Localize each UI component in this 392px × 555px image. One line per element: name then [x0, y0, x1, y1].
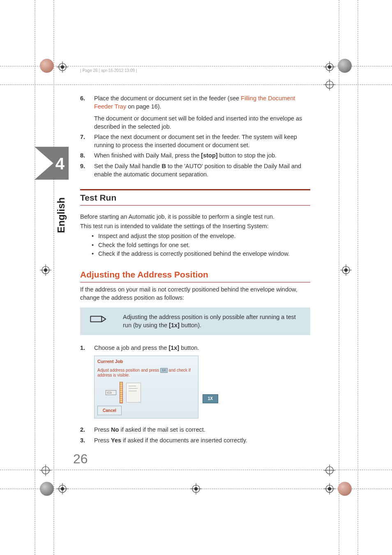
- reg-mark-left-mid: [40, 264, 51, 276]
- adjusting-intro: If the address on your mail is not corre…: [80, 286, 310, 302]
- step-text: Set the Daily Mail handle B to the 'AUTO…: [94, 162, 310, 178]
- svg-point-22: [61, 487, 64, 490]
- svg-point-30: [328, 487, 331, 490]
- content-area: 6. Place the document or document set in…: [80, 95, 310, 447]
- step-3: 3. Press Yes if asked if the documents a…: [80, 437, 310, 445]
- step-text: Choose a job and press the [1x] button.: [94, 344, 310, 352]
- bullet-item: Check if the address is correctly positi…: [92, 250, 310, 258]
- step-text: Press No if asked if the mail set is cor…: [94, 426, 310, 434]
- step-2: 2. Press No if asked if the mail set is …: [80, 426, 310, 434]
- screenshot-adjust-address: Current Job Adjust address position and …: [94, 356, 198, 419]
- note-text: Adjusting the address position is only p…: [123, 313, 301, 329]
- reg-mark-top-right: [324, 61, 335, 73]
- steps-first: 6. Place the document or document set in…: [80, 95, 310, 178]
- reg-mark-bot-right: [324, 483, 335, 495]
- bullet-item: Inspect and adjust the stop position of …: [92, 232, 310, 240]
- step-8: 8. When finished with Daily Mail, press …: [80, 152, 310, 160]
- svg-point-18: [344, 268, 348, 272]
- step-1: 1. Choose a job and press the [1x] butto…: [80, 344, 310, 352]
- section-number: 4: [55, 153, 65, 175]
- button-1x[interactable]: 1X: [203, 394, 218, 403]
- step-num: 8.: [80, 152, 94, 160]
- heading-adjusting: Adjusting the Address Position: [80, 269, 310, 280]
- dashed-v-left: [35, 0, 35, 555]
- corner-circle-bl: [40, 482, 54, 496]
- svg-point-26: [194, 487, 198, 490]
- step-num: 7.: [80, 133, 94, 141]
- screenshot-title: Current Job: [97, 358, 195, 365]
- note-box: Adjusting the address position is only p…: [80, 308, 310, 335]
- corner-circle-tr: [338, 59, 352, 73]
- screenshot-bottom-row: Cancel: [97, 406, 195, 416]
- screenshot-subtitle: Adjust address position and press 1X and…: [97, 368, 195, 378]
- svg-point-14: [44, 268, 47, 272]
- reg-mark-right-mid: [340, 264, 352, 276]
- step-text: Press Yes if asked if the documents are …: [94, 437, 310, 445]
- hr-heavy: [80, 189, 310, 190]
- step-sub: The document or document set will be fol…: [94, 115, 310, 131]
- inline-1x-icon: 1X: [160, 368, 168, 373]
- test-run-bullets: Inspect and adjust the stop position of …: [92, 232, 310, 258]
- bullet-item: Check the fold settings for one set.: [92, 241, 310, 250]
- step-text: Place the next document or document set …: [94, 133, 310, 149]
- svg-point-3: [61, 65, 64, 69]
- step-num: 2.: [80, 426, 94, 434]
- svg-point-7: [328, 65, 331, 69]
- dashed-v-left-inner: [53, 0, 54, 555]
- header-info: | Page 26 | apr-16-2012 13:09 |: [80, 68, 137, 74]
- step-num: 1.: [80, 344, 94, 352]
- steps-adjusting-2: 2. Press No if asked if the mail set is …: [80, 426, 310, 444]
- note-icon: [89, 315, 106, 324]
- step-6: 6. Place the document or document set in…: [80, 95, 310, 131]
- reg-mark-bot-right2: [324, 465, 335, 476]
- step-num: 3.: [80, 437, 94, 445]
- step-num: 9.: [80, 162, 94, 171]
- steps-adjusting-1: 1. Choose a job and press the [1x] butto…: [80, 344, 310, 352]
- ruler-icon: [120, 382, 123, 403]
- page-preview-icon: [126, 383, 141, 402]
- cancel-button[interactable]: Cancel: [97, 406, 122, 416]
- test-run-p1: Before starting an Automatic job, it is …: [80, 213, 310, 221]
- step-9: 9. Set the Daily Mail handle B to the 'A…: [80, 162, 310, 178]
- heading-test-run: Test Run: [80, 192, 310, 204]
- step-text: When finished with Daily Mail, press the…: [94, 152, 310, 160]
- reg-mark-bot-left: [57, 483, 68, 495]
- reg-mark-bot-center: [190, 483, 202, 495]
- step-7: 7. Place the next document or document s…: [80, 133, 310, 149]
- step-num: 6.: [80, 95, 94, 103]
- step-text: Place the document or document set in th…: [94, 95, 310, 131]
- test-run-p2: This test run is intended to validate th…: [80, 222, 310, 231]
- reg-mark-top-left: [57, 61, 68, 73]
- reg-mark-mid-top-right: [324, 79, 335, 90]
- envelope-icon: [106, 390, 116, 395]
- reg-mark-bot-left2: [40, 465, 51, 476]
- section-tab: 4: [35, 147, 69, 180]
- corner-circle-br: [338, 482, 352, 496]
- page-number: 26: [73, 450, 88, 468]
- corner-circle-tl: [40, 59, 54, 73]
- dashed-v-right-inner: [339, 0, 339, 555]
- dashed-v-right: [357, 0, 358, 555]
- screenshot-preview: 1X: [106, 382, 195, 403]
- language-label: English: [55, 197, 68, 233]
